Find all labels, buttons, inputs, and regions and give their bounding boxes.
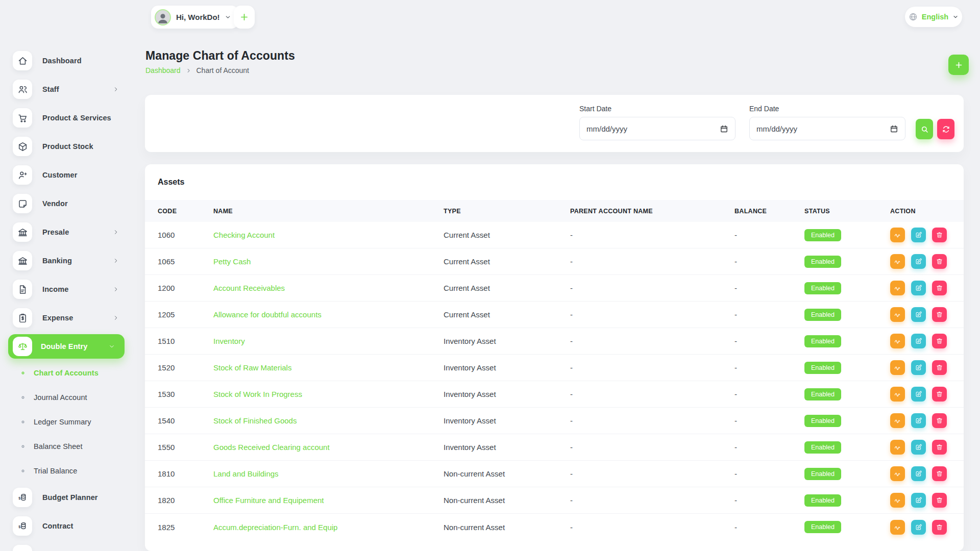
sidebar-item-presale[interactable]: Presale [0, 218, 133, 246]
ledger-button[interactable] [890, 334, 905, 348]
svg-text:$: $ [18, 524, 21, 529]
start-date-field[interactable] [579, 117, 736, 140]
ledger-button[interactable] [890, 387, 905, 402]
sidebar-item-staff[interactable]: Staff [0, 75, 133, 104]
ledger-button[interactable] [890, 493, 905, 508]
edit-button[interactable] [911, 387, 926, 402]
sidebar-item-trial-balance[interactable]: Trial Balance [0, 459, 133, 483]
ledger-button[interactable] [890, 413, 905, 428]
edit-button[interactable] [911, 254, 926, 269]
sidebar-item-product-stock[interactable]: Product Stock [0, 132, 133, 161]
wave-icon [894, 337, 901, 345]
sidebar-item-label: Ledger Summary [34, 418, 91, 426]
ledger-button[interactable] [890, 520, 905, 535]
plus-icon [239, 12, 249, 22]
sidebar-item-vendor[interactable]: Vendor [0, 189, 133, 218]
edit-button[interactable] [911, 440, 926, 455]
cell-name[interactable]: Checking Account [213, 231, 444, 239]
delete-button[interactable] [932, 307, 947, 322]
end-date-input[interactable] [756, 124, 890, 133]
calendar-icon[interactable] [890, 124, 898, 133]
ledger-button[interactable] [890, 466, 905, 481]
edit-button[interactable] [911, 307, 926, 322]
edit-button[interactable] [911, 493, 926, 508]
cell-name[interactable]: Inventory [213, 337, 444, 345]
trash-icon [936, 443, 943, 451]
ledger-button[interactable] [890, 281, 905, 295]
delete-button[interactable] [932, 413, 947, 428]
edit-button[interactable] [911, 466, 926, 481]
sidebar-item-ledger-summary[interactable]: Ledger Summary [0, 410, 133, 434]
cell-name[interactable]: Stock of Work In Progress [213, 390, 444, 398]
delete-button[interactable] [932, 520, 947, 535]
cell-name[interactable]: Petty Cash [213, 257, 444, 266]
add-workspace-button[interactable] [234, 6, 255, 29]
sidebar-item-double-entry[interactable]: Double Entry [8, 334, 125, 359]
row-actions [890, 334, 964, 348]
sidebar-item-chart-of-accounts[interactable]: Chart of Accounts [0, 361, 133, 385]
breadcrumb-dashboard[interactable]: Dashboard [145, 66, 181, 74]
delete-button[interactable] [932, 334, 947, 348]
ledger-button[interactable] [890, 254, 905, 269]
start-date-input[interactable] [586, 124, 720, 133]
cell-name[interactable]: Goods Received Clearing account [213, 443, 444, 452]
language-selector[interactable]: English [905, 7, 962, 27]
edit-button[interactable] [911, 520, 926, 535]
cell-name[interactable]: Land and Buildings [213, 469, 444, 478]
sidebar-item-partial[interactable] [0, 540, 133, 551]
edit-button[interactable] [911, 281, 926, 295]
sidebar-item-journal-account[interactable]: Journal Account [0, 385, 133, 410]
delete-button[interactable] [932, 254, 947, 269]
breadcrumb: Dashboard Chart of Account [145, 66, 295, 74]
edit-button[interactable] [911, 334, 926, 348]
user-menu[interactable]: Hi, WorkDo! [151, 6, 238, 29]
sidebar-item-product-services[interactable]: Product & Services [0, 104, 133, 132]
sidebar-item-banking[interactable]: Banking [0, 246, 133, 275]
cell-name[interactable]: Office Furniture and Equipement [213, 496, 444, 505]
cell-name[interactable]: Stock of Raw Materials [213, 363, 444, 372]
icon-box: $ [13, 488, 32, 507]
edit-button[interactable] [911, 413, 926, 428]
cart-icon [17, 113, 28, 123]
sidebar-item-label: Staff [42, 85, 59, 93]
cell-type: Non-current Asset [444, 469, 570, 478]
status-badge: Enabled [804, 335, 841, 347]
end-date-field[interactable] [749, 117, 905, 140]
sidebar-item-expense[interactable]: Expense [0, 304, 133, 332]
cell-name[interactable]: Stock of Finished Goods [213, 416, 444, 425]
ledger-button[interactable] [890, 307, 905, 322]
col-parent: PARENT ACCOUNT NAME [570, 208, 734, 215]
cell-balance: - [734, 257, 804, 266]
ledger-button[interactable] [890, 440, 905, 455]
sidebar-item-budget-planner[interactable]: $Budget Planner [0, 483, 133, 512]
edit-button[interactable] [911, 360, 926, 375]
delete-button[interactable] [932, 493, 947, 508]
search-button[interactable] [916, 119, 933, 139]
cell-balance: - [734, 469, 804, 478]
calendar-icon[interactable] [720, 124, 728, 133]
edit-button[interactable] [911, 228, 926, 242]
delete-button[interactable] [932, 228, 947, 242]
delete-button[interactable] [932, 466, 947, 481]
reset-button[interactable] [937, 119, 954, 139]
cell-name[interactable]: Account Receivables [213, 284, 444, 292]
sidebar-item-dashboard[interactable]: Dashboard [0, 46, 133, 75]
delete-button[interactable] [932, 440, 947, 455]
sidebar-item-balance-sheet[interactable]: Balance Sheet [0, 434, 133, 459]
cell-name[interactable]: Accum.depreciation-Furn. and Equip [213, 523, 444, 532]
cell-type: Inventory Asset [444, 390, 570, 398]
delete-button[interactable] [932, 360, 947, 375]
delete-button[interactable] [932, 387, 947, 402]
dot-icon [20, 419, 26, 424]
cell-name[interactable]: Allowance for doubtful accounts [213, 310, 444, 319]
ledger-button[interactable] [890, 228, 905, 242]
sidebar-item-label: Income [42, 285, 68, 293]
sidebar-item-customer[interactable]: Customer [0, 161, 133, 189]
table-row: 1065Petty CashCurrent Asset--Enabled [145, 248, 964, 275]
create-account-button[interactable] [948, 55, 969, 75]
delete-button[interactable] [932, 281, 947, 295]
ledger-button[interactable] [890, 360, 905, 375]
sidebar-item-income[interactable]: Income [0, 275, 133, 304]
sidebar-item-contract[interactable]: $Contract [0, 512, 133, 540]
status-badge: Enabled [804, 256, 841, 268]
